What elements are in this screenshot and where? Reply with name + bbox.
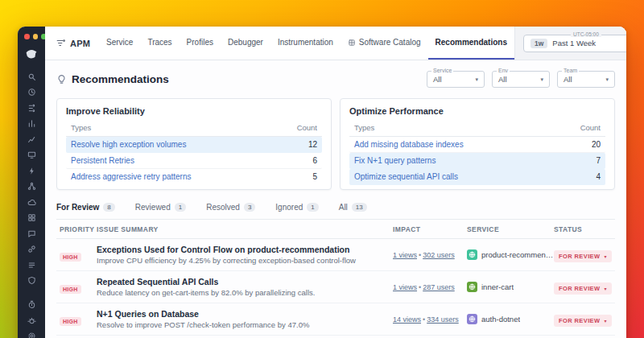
time-range-picker[interactable]: UTC-05:00 1w Past 1 Week ▾: [523, 35, 626, 52]
issue-title: Exceptions Used for Control Flow on prod…: [97, 245, 393, 254]
card-row-type-link[interactable]: Add missing database indexes: [354, 140, 464, 149]
team-filter-value: All: [564, 75, 572, 84]
service-map-icon[interactable]: [27, 181, 37, 192]
software-catalog-icon: [348, 39, 356, 47]
apm-brand[interactable]: APM: [45, 27, 99, 60]
nav-item-profiles[interactable]: Profiles: [180, 27, 221, 60]
close-window-button[interactable]: [24, 34, 30, 39]
card-row-type-link[interactable]: Resolve high exception volumes: [71, 140, 186, 149]
service-filter-select[interactable]: Service All ▾: [427, 71, 485, 88]
tab-for-review[interactable]: For Review 8: [56, 203, 115, 212]
card-column-types: Types: [354, 123, 374, 132]
security-icon[interactable]: [27, 275, 37, 286]
service-name: auth-dotnet: [481, 315, 520, 324]
metrics-icon[interactable]: [27, 134, 37, 145]
infrastructure-icon[interactable]: [27, 118, 37, 129]
tab-reviewed[interactable]: Reviewed 1: [135, 203, 186, 212]
column-priority: PRIORITY: [60, 225, 97, 233]
events-icon[interactable]: [27, 166, 37, 176]
watchdog-icon[interactable]: [27, 87, 37, 97]
column-impact: IMPACT: [393, 225, 467, 233]
card-row[interactable]: Fix N+1 query patterns 7: [349, 153, 605, 169]
issue-title: N+1 Queries on Database: [97, 309, 393, 319]
priority-badge: HIGH: [60, 253, 81, 262]
table-row[interactable]: HIGH Repeated Sequential API Calls Reduc…: [56, 271, 615, 303]
status-label: FOR REVIEW: [559, 317, 601, 324]
card-row[interactable]: Optimize sequential API calls 4: [349, 169, 605, 185]
chevron-down-icon: ▾: [605, 76, 609, 83]
error-tracking-icon[interactable]: [27, 315, 37, 326]
nav-item-debugger[interactable]: Debugger: [221, 27, 270, 60]
card-row-type-link[interactable]: Optimize sequential API calls: [354, 172, 458, 181]
views-link[interactable]: 1 views: [393, 251, 417, 259]
card-row-type-link[interactable]: Address aggressive retry patterns: [71, 172, 192, 181]
table-row[interactable]: HIGH Exceptions Used for Control Flow on…: [56, 239, 615, 271]
datadog-logo[interactable]: [24, 47, 39, 61]
dot-separator: •: [419, 251, 421, 259]
users-link[interactable]: 302 users: [423, 251, 455, 259]
chevron-down-icon: ▾: [605, 254, 607, 259]
nav-item-instrumentation[interactable]: Instrumentation: [270, 27, 341, 60]
service-filter-value: All: [433, 75, 442, 84]
page-title: Recommendations: [72, 73, 169, 85]
settings-icon[interactable]: [27, 331, 37, 338]
tab-count-badge: 1: [307, 203, 318, 212]
synthetics-icon[interactable]: [27, 299, 37, 310]
logs-icon[interactable]: [27, 260, 37, 270]
table-header: PRIORITY ISSUE SUMMARY IMPACT SERVICE ST…: [56, 220, 615, 239]
nav-item-software-catalog[interactable]: Software Catalog: [341, 27, 428, 60]
tab-all[interactable]: All 13: [339, 203, 367, 212]
traces-icon[interactable]: [27, 103, 37, 113]
integrations-icon[interactable]: [27, 244, 37, 254]
users-link[interactable]: 287 users: [423, 283, 455, 291]
browser-window: APM Service Traces Profiles Debugger Ins…: [18, 27, 626, 338]
users-link[interactable]: 334 users: [427, 315, 459, 324]
card-row[interactable]: Add missing database indexes 20: [349, 137, 605, 153]
service-cell[interactable]: product-recommendation: [467, 249, 554, 260]
table-row[interactable]: HIGH N+1 Queries on Database Resolve to …: [56, 303, 615, 336]
views-link[interactable]: 1 views: [393, 283, 417, 291]
status-dropdown[interactable]: FOR REVIEW▾: [554, 250, 612, 262]
tab-ignored[interactable]: Ignored 1: [275, 203, 318, 212]
env-filter-value: All: [498, 75, 507, 84]
priority-badge: HIGH: [60, 285, 81, 294]
env-filter-label: Env: [497, 68, 510, 73]
nav-item-recommendations[interactable]: Recommendations: [428, 27, 514, 60]
chevron-down-icon: ▾: [605, 286, 607, 291]
minimize-window-button[interactable]: [33, 34, 39, 39]
window-controls: [18, 27, 47, 39]
service-cell[interactable]: inner-cart: [467, 282, 554, 292]
column-status: STATUS: [554, 225, 612, 233]
tab-resolved[interactable]: Resolved 3: [206, 203, 255, 212]
status-dropdown[interactable]: FOR REVIEW▾: [554, 282, 612, 295]
card-column-count: Count: [580, 123, 601, 132]
status-label: FOR REVIEW: [559, 285, 601, 292]
service-name: product-recommendation: [481, 250, 554, 259]
nav-item-software-catalog-label: Software Catalog: [359, 38, 421, 47]
card-row-type-link[interactable]: Persistent Retries: [71, 156, 134, 165]
status-dropdown[interactable]: FOR REVIEW▾: [554, 315, 612, 327]
card-row[interactable]: Resolve high exception volumes 12: [66, 137, 322, 153]
monitors-icon[interactable]: [27, 150, 37, 160]
card-row-type-link[interactable]: Fix N+1 query patterns: [354, 156, 436, 165]
env-filter-select[interactable]: Env All ▾: [492, 71, 550, 88]
notebooks-icon[interactable]: [27, 229, 37, 239]
cloud-security-icon[interactable]: [27, 197, 37, 208]
card-title: Optimize Performance: [349, 106, 605, 116]
dashboards-icon[interactable]: [27, 212, 37, 223]
views-link[interactable]: 14 views: [393, 315, 421, 324]
nav-item-service[interactable]: Service: [99, 27, 140, 60]
card-title: Improve Reliability: [66, 106, 322, 116]
team-filter-select[interactable]: Team All ▾: [557, 71, 615, 88]
nav-item-traces[interactable]: Traces: [140, 27, 179, 60]
issue-title: Repeated Sequential API Calls: [97, 277, 393, 286]
search-icon[interactable]: [27, 72, 37, 82]
service-cell[interactable]: auth-dotnet: [467, 314, 554, 324]
card-row[interactable]: Address aggressive retry patterns 5: [66, 169, 322, 185]
card-row[interactable]: Persistent Retries 6: [66, 153, 322, 169]
review-tabs: For Review 8 Reviewed 1 Resolved 3 Ignor…: [56, 203, 615, 220]
tab-count-badge: 8: [103, 203, 114, 212]
card-column-types: Types: [71, 123, 91, 132]
service-icon: [467, 282, 477, 292]
optimize-performance-card: Optimize Performance Types Count Add mis…: [340, 98, 615, 190]
